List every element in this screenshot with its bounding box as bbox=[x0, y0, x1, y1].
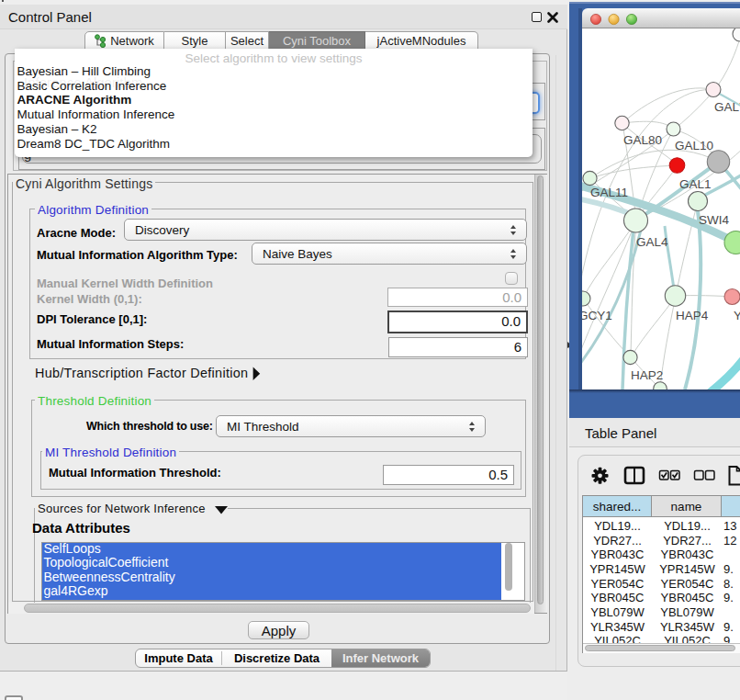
svg-text:GAL10: GAL10 bbox=[675, 139, 713, 152]
svg-text:GAL1: GAL1 bbox=[679, 177, 712, 191]
svg-text:GAL7: GAL7 bbox=[714, 100, 740, 114]
svg-text:GCY1: GCY1 bbox=[582, 309, 612, 322]
svg-text:GAL80: GAL80 bbox=[623, 133, 662, 147]
svg-text:GAL4: GAL4 bbox=[636, 235, 668, 249]
svg-text:Y: Y bbox=[734, 309, 740, 322]
svg-text:SWI4: SWI4 bbox=[699, 213, 729, 227]
svg-text:HAP4: HAP4 bbox=[676, 309, 709, 322]
svg-text:HAP2: HAP2 bbox=[631, 368, 663, 382]
svg-text:GAL11: GAL11 bbox=[590, 186, 628, 199]
